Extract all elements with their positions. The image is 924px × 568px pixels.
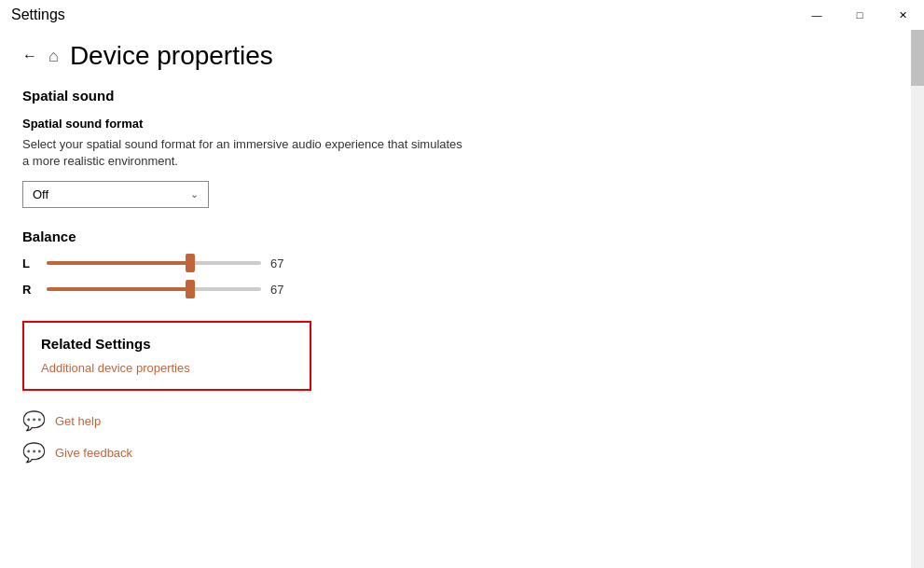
page-header: ← ⌂ Device properties xyxy=(22,41,902,71)
related-settings-box: Related Settings Additional device prope… xyxy=(22,321,311,391)
title-bar: Settings — □ ✕ xyxy=(0,0,924,30)
additional-device-properties-link[interactable]: Additional device properties xyxy=(41,361,190,375)
slider-fill-left xyxy=(47,261,190,265)
title-bar-controls: — □ ✕ xyxy=(795,0,924,30)
minimize-button[interactable]: — xyxy=(795,0,838,30)
right-slider[interactable] xyxy=(47,280,261,298)
spatial-sound-desc: Select your spatial sound format for an … xyxy=(22,136,470,170)
give-feedback-row[interactable]: 💬 Give feedback xyxy=(22,441,902,464)
settings-title: Settings xyxy=(11,7,65,23)
dropdown-value: Off xyxy=(33,187,48,201)
left-slider-row: L 67 xyxy=(22,254,902,272)
spatial-sound-section: Spatial sound Spatial sound format Selec… xyxy=(22,88,902,208)
scrollbar[interactable] xyxy=(911,30,924,568)
back-button[interactable]: ← xyxy=(22,48,37,64)
slider-fill-right xyxy=(47,287,190,291)
page-title: Device properties xyxy=(70,41,273,71)
help-section: 💬 Get help 💬 Give feedback xyxy=(22,409,902,464)
home-icon: ⌂ xyxy=(48,47,59,66)
give-feedback-link[interactable]: Give feedback xyxy=(55,446,132,460)
related-settings-title: Related Settings xyxy=(41,336,293,352)
slider-thumb-left[interactable] xyxy=(186,254,195,272)
title-bar-left: Settings xyxy=(0,7,65,23)
get-help-row[interactable]: 💬 Get help xyxy=(22,409,902,432)
maximize-button[interactable]: □ xyxy=(838,0,881,30)
balance-section: Balance L 67 R 67 xyxy=(22,229,902,298)
right-slider-value: 67 xyxy=(270,283,297,297)
balance-title: Balance xyxy=(22,229,902,244)
left-slider-value: 67 xyxy=(270,256,297,270)
give-feedback-icon: 💬 xyxy=(22,441,46,464)
left-slider[interactable] xyxy=(47,254,261,272)
scrollbar-thumb[interactable] xyxy=(911,30,924,86)
spatial-sound-format-label: Spatial sound format xyxy=(22,117,902,131)
close-button[interactable]: ✕ xyxy=(881,0,924,30)
spatial-sound-dropdown[interactable]: Off ⌄ xyxy=(22,181,209,208)
get-help-link[interactable]: Get help xyxy=(55,414,101,428)
spatial-sound-title: Spatial sound xyxy=(22,88,902,104)
get-help-icon: 💬 xyxy=(22,409,46,432)
left-channel-label: L xyxy=(22,256,37,270)
right-channel-label: R xyxy=(22,283,37,297)
content-area: ← ⌂ Device properties Spatial sound Spat… xyxy=(0,30,924,464)
slider-thumb-right[interactable] xyxy=(186,280,195,298)
chevron-down-icon: ⌄ xyxy=(190,188,199,201)
right-slider-row: R 67 xyxy=(22,280,902,298)
